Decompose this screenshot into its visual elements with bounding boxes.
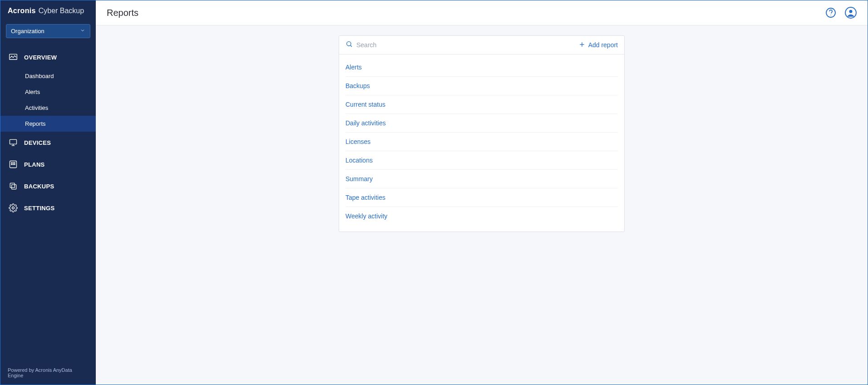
organization-selector-label: Organization [11, 28, 44, 35]
sidebar-item-dashboard[interactable]: Dashboard [0, 68, 96, 84]
svg-point-10 [15, 164, 15, 165]
content-area: Add report Alerts Backups Current status… [96, 25, 868, 385]
backups-icon [9, 182, 18, 191]
svg-point-14 [826, 8, 835, 17]
svg-point-17 [849, 10, 853, 13]
brand-light: Cyber Backup [39, 7, 84, 15]
add-report-label: Add report [588, 41, 618, 49]
report-item-label: Licenses [345, 138, 370, 145]
sidebar-item-plans[interactable]: PLANS [0, 153, 96, 175]
sidebar-item-label: PLANS [24, 161, 45, 168]
sidebar-item-alerts[interactable]: Alerts [0, 84, 96, 100]
svg-point-9 [13, 164, 14, 165]
sidebar-item-reports[interactable]: Reports [0, 116, 96, 132]
powered-by-text: Powered by Acronis AnyData Engine [8, 367, 72, 378]
report-item-label: Tape activities [345, 194, 385, 201]
page-header: Reports [96, 0, 868, 25]
search-input[interactable] [356, 41, 578, 49]
sidebar-item-settings[interactable]: SETTINGS [0, 197, 96, 219]
brand-bold: Acronis [8, 7, 36, 15]
svg-rect-12 [12, 185, 16, 189]
report-item-label: Summary [345, 175, 373, 183]
svg-rect-11 [10, 183, 15, 188]
panel-header: Add report [339, 36, 624, 54]
svg-point-18 [347, 42, 351, 46]
report-item-label: Backups [345, 82, 370, 89]
sidebar-footer: Powered by Acronis AnyData Engine [0, 361, 96, 385]
report-item-label: Alerts [345, 64, 362, 71]
report-item-label: Locations [345, 157, 373, 164]
svg-point-5 [11, 163, 12, 163]
svg-point-8 [11, 164, 12, 165]
overview-icon [9, 53, 18, 62]
svg-point-6 [13, 163, 14, 163]
report-list: Alerts Backups Current status Daily acti… [339, 54, 624, 232]
report-item[interactable]: Tape activities [345, 188, 618, 207]
report-item[interactable]: Licenses [345, 133, 618, 151]
svg-rect-1 [10, 139, 17, 144]
svg-line-19 [350, 45, 352, 47]
sidebar-item-overview[interactable]: OVERVIEW [0, 46, 96, 68]
devices-icon [9, 138, 18, 147]
sidebar-item-label: OVERVIEW [24, 54, 57, 61]
sidebar-item-label: Dashboard [25, 73, 54, 79]
chevron-down-icon [80, 28, 85, 35]
sidebar: Acronis Cyber Backup Organization OVERVI… [0, 0, 96, 385]
sidebar-item-devices[interactable]: DEVICES [0, 132, 96, 153]
overview-subitems: Dashboard Alerts Activities Reports [0, 68, 96, 132]
svg-point-7 [15, 163, 15, 163]
sidebar-item-label: SETTINGS [24, 205, 54, 212]
report-item[interactable]: Alerts [345, 58, 618, 77]
sidebar-item-activities[interactable]: Activities [0, 100, 96, 116]
report-item-label: Current status [345, 101, 385, 108]
sidebar-item-label: Reports [25, 120, 46, 127]
report-item[interactable]: Summary [345, 170, 618, 188]
sidebar-item-label: Activities [25, 104, 48, 111]
gear-icon [9, 203, 18, 212]
report-item[interactable]: Weekly activity [345, 207, 618, 225]
organization-selector[interactable]: Organization [6, 24, 90, 38]
help-button[interactable] [825, 7, 837, 19]
plus-icon [578, 41, 586, 49]
report-item[interactable]: Current status [345, 95, 618, 114]
search-wrap [345, 40, 578, 49]
plans-icon [9, 160, 18, 169]
report-item[interactable]: Locations [345, 151, 618, 170]
header-actions [825, 7, 857, 19]
sidebar-item-label: DEVICES [24, 139, 51, 146]
report-item[interactable]: Backups [345, 77, 618, 95]
report-item-label: Weekly activity [345, 212, 387, 220]
sidebar-item-label: BACKUPS [24, 183, 54, 190]
add-report-button[interactable]: Add report [578, 41, 618, 49]
sidebar-nav: OVERVIEW Dashboard Alerts Activities Rep… [0, 46, 96, 361]
sidebar-item-backups[interactable]: BACKUPS [0, 175, 96, 197]
search-icon [345, 40, 353, 49]
page-title: Reports [107, 8, 138, 18]
main: Reports [96, 0, 868, 385]
svg-point-13 [12, 207, 15, 209]
reports-panel: Add report Alerts Backups Current status… [339, 35, 625, 232]
brand-logo: Acronis Cyber Backup [0, 0, 96, 21]
account-button[interactable] [845, 7, 857, 19]
report-item[interactable]: Daily activities [345, 114, 618, 133]
sidebar-item-label: Alerts [25, 89, 40, 95]
svg-point-15 [830, 15, 831, 15]
report-item-label: Daily activities [345, 119, 386, 127]
